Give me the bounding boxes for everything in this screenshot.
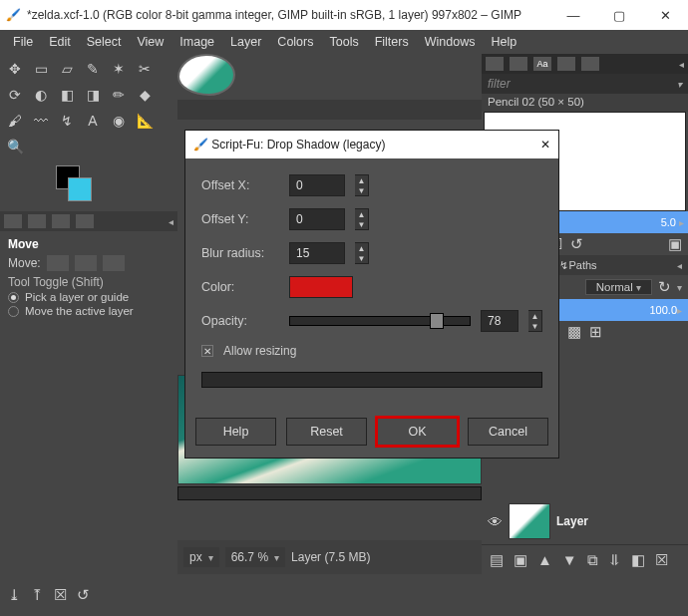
- chevron-down-icon[interactable]: ▾: [677, 282, 682, 293]
- brush-open-icon[interactable]: ▣: [668, 235, 682, 253]
- move-mode-path-button[interactable]: [103, 255, 125, 271]
- menu-windows[interactable]: Windows: [418, 33, 483, 51]
- dock-tab-patterns-icon[interactable]: [510, 57, 527, 71]
- blur-radius-input[interactable]: 15: [289, 242, 345, 264]
- radio-move-active[interactable]: Move the active layer: [8, 305, 170, 317]
- tool-free-select-icon[interactable]: ✎: [82, 58, 104, 80]
- menu-tools[interactable]: Tools: [322, 33, 365, 51]
- tool-smudge-icon[interactable]: 〰: [30, 110, 52, 132]
- tool-move-icon[interactable]: ✥: [4, 58, 26, 80]
- slider-handle[interactable]: [430, 313, 444, 329]
- ok-button[interactable]: OK: [377, 418, 458, 446]
- reset-button[interactable]: Reset: [286, 418, 367, 446]
- menu-help[interactable]: Help: [484, 33, 523, 51]
- tool-crop-icon[interactable]: ✂: [134, 58, 156, 80]
- window-close-button[interactable]: ✕: [642, 0, 688, 30]
- window-maximize-button[interactable]: ▢: [596, 0, 642, 30]
- background-color-swatch[interactable]: [68, 177, 92, 201]
- tool-clone-icon[interactable]: 🖌: [4, 110, 26, 132]
- layer-delete-icon[interactable]: ☒: [655, 551, 668, 569]
- dock-menu-arrow-icon[interactable]: ◂: [169, 216, 173, 227]
- zoom-combo[interactable]: 66.7 %▾: [225, 547, 285, 567]
- offset-x-spinner[interactable]: ▲▼: [355, 174, 369, 196]
- offset-y-spinner[interactable]: ▲▼: [355, 208, 369, 230]
- dock-menu-arrow-icon[interactable]: ◂: [679, 59, 684, 70]
- blur-radius-spinner[interactable]: ▲▼: [355, 242, 369, 264]
- tool-measure-icon[interactable]: 📐: [134, 110, 156, 132]
- tool-warp-icon[interactable]: ◐: [30, 84, 52, 106]
- dialog-close-button[interactable]: ✕: [540, 138, 550, 152]
- layer-down-icon[interactable]: ▼: [562, 551, 577, 568]
- image-tab-thumbnail[interactable]: [177, 54, 235, 96]
- move-mode-layer-button[interactable]: [47, 255, 69, 271]
- menu-filters[interactable]: Filters: [368, 33, 416, 51]
- delete-options-icon[interactable]: ☒: [54, 586, 67, 604]
- menu-file[interactable]: File: [6, 33, 40, 51]
- dock-tab-gradients-icon[interactable]: [581, 57, 599, 71]
- offset-y-input[interactable]: 0: [289, 208, 345, 230]
- menu-image[interactable]: Image: [172, 33, 221, 51]
- units-combo[interactable]: px▾: [183, 547, 219, 567]
- lock-pixels-icon[interactable]: ▩: [567, 323, 581, 341]
- tool-rect-select-icon[interactable]: ▱: [56, 58, 78, 80]
- tool-text-icon[interactable]: A: [82, 110, 104, 132]
- layer-name[interactable]: Layer: [556, 514, 588, 528]
- shadow-color-swatch[interactable]: [289, 276, 353, 298]
- brush-refresh-icon[interactable]: ↺: [570, 235, 583, 253]
- layer-up-icon[interactable]: ▲: [537, 551, 552, 568]
- tool-fuzzy-select-icon[interactable]: ✶: [108, 58, 130, 80]
- tool-bucket-icon[interactable]: ◧: [56, 84, 78, 106]
- tool-align-icon[interactable]: ▭: [30, 58, 52, 80]
- spinner-up-icon: ▲: [355, 209, 368, 219]
- blend-mode-combo[interactable]: Normal ▾: [585, 279, 652, 295]
- save-options-icon[interactable]: ⤓: [8, 586, 21, 604]
- dock-tab-fonts-icon[interactable]: Aa: [533, 57, 551, 71]
- layer-merge-icon[interactable]: ⥥: [608, 551, 621, 569]
- restore-options-icon[interactable]: ⤒: [31, 586, 44, 604]
- menu-select[interactable]: Select: [80, 33, 129, 51]
- tool-rotate-icon[interactable]: ⟳: [4, 84, 26, 106]
- tool-zoom-icon[interactable]: 🔍: [4, 136, 26, 157]
- tool-path-icon[interactable]: ↯: [56, 110, 78, 132]
- allow-resizing-checkbox[interactable]: ✕ Allow resizing: [201, 344, 542, 358]
- layer-group-icon[interactable]: ▣: [514, 551, 527, 569]
- menu-edit[interactable]: Edit: [42, 33, 78, 51]
- cancel-button[interactable]: Cancel: [468, 418, 548, 446]
- dock-tab-history-icon[interactable]: [557, 57, 575, 71]
- brush-filter-input[interactable]: filter ▾: [482, 74, 688, 94]
- layer-row[interactable]: 👁 Layer: [482, 498, 688, 544]
- dock-tab-icon[interactable]: [52, 214, 70, 228]
- opacity-spinner[interactable]: ▲▼: [528, 310, 542, 332]
- lock-position-icon[interactable]: ⊞: [589, 323, 602, 341]
- dialog-titlebar[interactable]: 🖌️ Script-Fu: Drop Shadow (legacy) ✕: [185, 131, 558, 158]
- offset-x-input[interactable]: 0: [289, 174, 345, 196]
- dock-tab-icon[interactable]: [76, 214, 94, 228]
- menu-colors[interactable]: Colors: [270, 33, 320, 51]
- layer-mask-icon[interactable]: ◧: [631, 551, 645, 569]
- dock-tab-brushes-icon[interactable]: [486, 57, 504, 71]
- allow-resizing-label: Allow resizing: [223, 344, 296, 358]
- layer-new-icon[interactable]: ▤: [490, 551, 504, 569]
- layer-dup-icon[interactable]: ⧉: [587, 551, 598, 569]
- menu-view[interactable]: View: [130, 33, 171, 51]
- opacity-slider[interactable]: [289, 316, 471, 326]
- tab-paths[interactable]: ↯Paths: [559, 259, 596, 272]
- radio-pick-layer[interactable]: Pick a layer or guide: [8, 291, 170, 303]
- layer-visibility-eye-icon[interactable]: 👁: [488, 513, 503, 530]
- tool-gradient-icon[interactable]: ◨: [82, 84, 104, 106]
- window-minimize-button[interactable]: —: [550, 0, 596, 30]
- tool-eraser-icon[interactable]: ◆: [134, 84, 156, 106]
- tool-pencil-icon[interactable]: ✏: [108, 84, 130, 106]
- dock-tab-icon[interactable]: [28, 214, 46, 228]
- tool-picker-icon[interactable]: ◉: [108, 110, 130, 132]
- color-swatches[interactable]: [56, 165, 96, 205]
- dock-menu-arrow-icon[interactable]: ◂: [677, 260, 682, 271]
- mode-switch-icon[interactable]: ↻: [658, 278, 671, 296]
- help-button[interactable]: Help: [195, 418, 276, 446]
- horizontal-scrollbar[interactable]: [177, 486, 482, 500]
- move-mode-selection-button[interactable]: [75, 255, 97, 271]
- menu-layer[interactable]: Layer: [223, 33, 268, 51]
- dock-tab-icon[interactable]: [4, 214, 22, 228]
- reset-options-icon[interactable]: ↺: [77, 586, 90, 604]
- opacity-input[interactable]: 78: [481, 310, 518, 332]
